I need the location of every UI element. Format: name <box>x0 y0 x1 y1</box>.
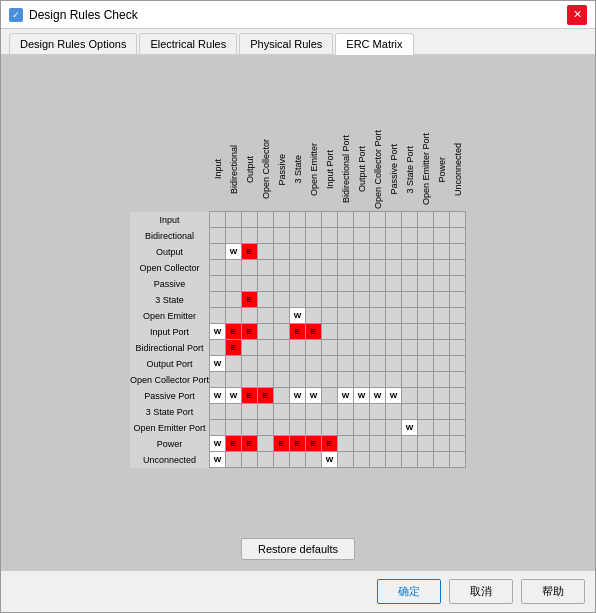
cell[interactable] <box>322 244 338 260</box>
cell[interactable] <box>338 404 354 420</box>
cell[interactable] <box>338 372 354 388</box>
cell[interactable] <box>338 276 354 292</box>
cell[interactable] <box>290 420 306 436</box>
cell[interactable] <box>354 228 370 244</box>
cell[interactable] <box>258 228 274 244</box>
cell[interactable] <box>370 340 386 356</box>
cell[interactable]: E <box>226 340 242 356</box>
cell[interactable]: W <box>338 388 354 404</box>
help-button[interactable]: 帮助 <box>521 579 585 604</box>
cell[interactable]: E <box>306 324 322 340</box>
tab-design-rules-options[interactable]: Design Rules Options <box>9 33 137 54</box>
cell[interactable] <box>258 356 274 372</box>
cell[interactable] <box>386 228 402 244</box>
cell[interactable] <box>418 228 434 244</box>
cell[interactable] <box>418 292 434 308</box>
cell[interactable] <box>274 388 290 404</box>
cell[interactable] <box>258 308 274 324</box>
cell[interactable] <box>258 404 274 420</box>
cell[interactable]: E <box>242 324 258 340</box>
cell[interactable] <box>306 340 322 356</box>
cell[interactable]: W <box>210 324 226 340</box>
cell[interactable]: E <box>290 324 306 340</box>
cell[interactable] <box>402 452 418 468</box>
cell[interactable] <box>338 308 354 324</box>
cell[interactable] <box>210 340 226 356</box>
cell[interactable]: W <box>402 420 418 436</box>
cell[interactable] <box>226 212 242 228</box>
cell[interactable] <box>386 324 402 340</box>
cell[interactable] <box>274 228 290 244</box>
cell[interactable] <box>290 276 306 292</box>
cell[interactable] <box>258 292 274 308</box>
cell[interactable] <box>418 436 434 452</box>
cell[interactable] <box>242 452 258 468</box>
cell[interactable] <box>386 356 402 372</box>
cell[interactable] <box>386 308 402 324</box>
cell[interactable] <box>306 372 322 388</box>
cell[interactable] <box>402 244 418 260</box>
cell[interactable] <box>226 420 242 436</box>
cell[interactable] <box>402 340 418 356</box>
cell[interactable] <box>354 212 370 228</box>
cell[interactable] <box>450 404 466 420</box>
cell[interactable] <box>434 420 450 436</box>
cell[interactable] <box>338 228 354 244</box>
cell[interactable] <box>434 212 450 228</box>
restore-defaults-button[interactable]: Restore defaults <box>241 538 355 560</box>
cell[interactable] <box>226 260 242 276</box>
cell[interactable]: W <box>386 388 402 404</box>
cell[interactable] <box>386 372 402 388</box>
cell[interactable] <box>386 244 402 260</box>
cell[interactable] <box>402 372 418 388</box>
cell[interactable] <box>386 212 402 228</box>
cell[interactable] <box>226 372 242 388</box>
cell[interactable] <box>354 420 370 436</box>
cell[interactable] <box>306 212 322 228</box>
cell[interactable] <box>434 308 450 324</box>
cell[interactable] <box>402 276 418 292</box>
cell[interactable] <box>450 276 466 292</box>
cell[interactable] <box>434 228 450 244</box>
cell[interactable] <box>322 420 338 436</box>
cell[interactable] <box>354 260 370 276</box>
cell[interactable] <box>226 308 242 324</box>
cell[interactable]: W <box>226 388 242 404</box>
cell[interactable] <box>290 244 306 260</box>
cell[interactable] <box>290 260 306 276</box>
cell[interactable] <box>322 292 338 308</box>
cell[interactable] <box>402 356 418 372</box>
cell[interactable] <box>434 324 450 340</box>
cell[interactable] <box>306 292 322 308</box>
cell[interactable] <box>322 388 338 404</box>
cell[interactable] <box>354 308 370 324</box>
cell[interactable] <box>418 340 434 356</box>
cell[interactable] <box>274 372 290 388</box>
cell[interactable] <box>354 292 370 308</box>
cell[interactable] <box>450 340 466 356</box>
cell[interactable] <box>418 452 434 468</box>
cell[interactable] <box>306 356 322 372</box>
cell[interactable] <box>434 372 450 388</box>
cell[interactable] <box>354 436 370 452</box>
cell[interactable] <box>290 372 306 388</box>
cell[interactable] <box>370 452 386 468</box>
cell[interactable] <box>258 260 274 276</box>
cell[interactable] <box>258 452 274 468</box>
cell[interactable] <box>450 452 466 468</box>
cell[interactable] <box>226 276 242 292</box>
cell[interactable] <box>434 292 450 308</box>
cell[interactable]: W <box>322 452 338 468</box>
cell[interactable] <box>338 212 354 228</box>
close-button[interactable]: ✕ <box>567 5 587 25</box>
cell[interactable] <box>242 340 258 356</box>
cell[interactable] <box>322 276 338 292</box>
cell[interactable] <box>338 324 354 340</box>
cell[interactable] <box>370 260 386 276</box>
cell[interactable] <box>370 228 386 244</box>
cell[interactable] <box>258 420 274 436</box>
cell[interactable] <box>354 244 370 260</box>
cell[interactable] <box>418 420 434 436</box>
cell[interactable] <box>306 452 322 468</box>
cell[interactable] <box>402 404 418 420</box>
